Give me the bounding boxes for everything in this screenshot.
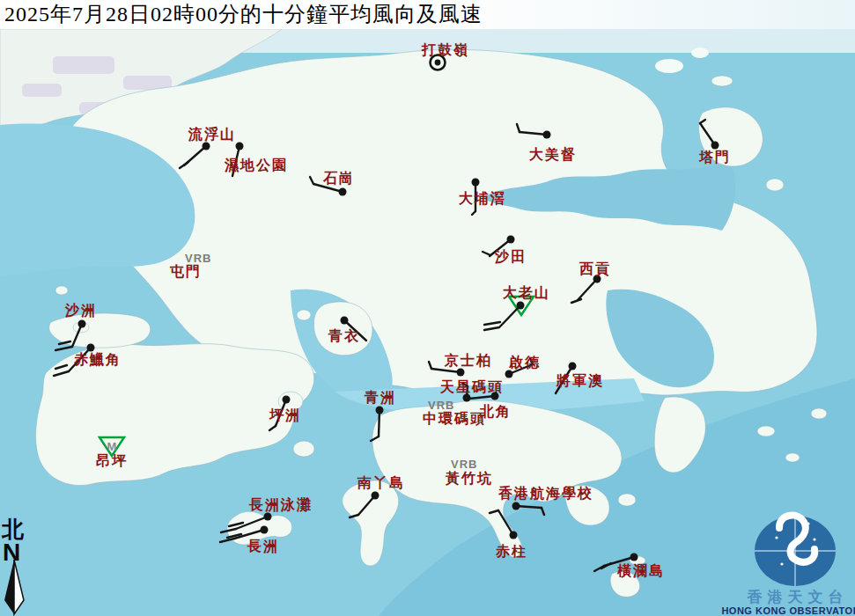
- station-label: 長洲泳灘: [248, 496, 313, 512]
- islet: [655, 59, 683, 73]
- station-dot: [543, 131, 551, 139]
- vrb-label: VRB: [451, 458, 477, 471]
- wind-map-frame: 打鼓嶺流浮山濕地公園石崗大美督塔門大埔滘沙田西貢VRB屯門沙洲赤鱲角大老山青衣京…: [0, 0, 855, 616]
- station-label: 赤鱲角: [73, 352, 122, 367]
- station-label: 沙洲: [64, 303, 97, 318]
- land-ma-wan: [297, 310, 311, 320]
- station-dot: [78, 320, 86, 328]
- station-dot: [507, 236, 515, 244]
- station-label: 塔門: [698, 150, 731, 165]
- wind-barb: [379, 410, 380, 436]
- station-dot: [630, 554, 638, 561]
- hong-kong-wind-map: 打鼓嶺流浮山濕地公園石崗大美督塔門大埔滘沙田西貢VRB屯門沙洲赤鱲角大老山青衣京…: [0, 0, 855, 616]
- station-label: 橫瀾島: [616, 563, 665, 578]
- land-tung-lung: [618, 494, 636, 506]
- station-dot: [261, 526, 269, 534]
- compass-letter: N: [3, 539, 20, 566]
- hko-logo-dot: [807, 522, 809, 524]
- hko-logo-dot: [775, 536, 778, 539]
- land-hei-ling-chau: [293, 441, 314, 457]
- station-label: 黃竹坑: [445, 471, 493, 486]
- station-dot: [505, 370, 513, 378]
- station-label: 中環碼頭: [423, 411, 486, 427]
- hko-logo-name-cn: 香港天文台: [747, 589, 849, 605]
- station-dot: [510, 532, 518, 539]
- station-label: 流浮山: [188, 126, 236, 142]
- station-dot: [517, 302, 525, 310]
- station-dot: [457, 369, 465, 377]
- station-label: 香港航海學校: [498, 485, 593, 501]
- station-label: 石崗: [322, 171, 355, 186]
- station-label: 大美督: [529, 146, 577, 162]
- station-dot: [711, 142, 719, 150]
- station-dot: [283, 396, 291, 404]
- station-dot: [376, 407, 384, 414]
- station-dot: [569, 363, 577, 370]
- islet: [766, 179, 784, 191]
- station-label: 大老山: [503, 285, 550, 300]
- station-dot: [236, 143, 244, 150]
- station-dot: [512, 502, 520, 510]
- station-label: 屯門: [169, 264, 202, 279]
- station-label: 京士柏: [444, 352, 492, 368]
- station-dot: [264, 513, 272, 521]
- station-dot: [372, 492, 380, 500]
- islet: [711, 76, 733, 86]
- islet: [55, 286, 68, 295]
- station-dot: [472, 179, 480, 187]
- compass-hanzi: 北: [1, 517, 25, 541]
- station-label: 大埔滘: [459, 190, 506, 206]
- station-dot: [203, 143, 210, 150]
- map-title: 2025年7月28日02時00分的十分鐘平均風向及風速: [0, 0, 855, 29]
- hko-logo-name-en: HONG KONG OBSERVATORY: [721, 605, 855, 616]
- islet: [785, 453, 800, 462]
- station-label: 赤柱: [495, 544, 527, 559]
- station-label: 長洲: [247, 539, 279, 554]
- station-label: 啟德: [508, 355, 541, 370]
- hko-logo-dot: [813, 538, 815, 540]
- vrb-label: VRB: [185, 252, 211, 265]
- vrb-label: VRB: [428, 399, 454, 412]
- station-label: 青洲: [364, 390, 396, 405]
- station-dot: [341, 317, 349, 325]
- hko-logo-dot: [780, 562, 783, 565]
- station-label: 昂坪: [96, 453, 128, 468]
- islet: [811, 408, 827, 419]
- station-dot: [339, 188, 347, 196]
- station-label: 濕地公園: [224, 158, 288, 173]
- station-label: 青衣: [328, 328, 360, 343]
- islet: [757, 426, 775, 436]
- station-label: 打鼓嶺: [421, 42, 469, 57]
- islet: [691, 48, 709, 58]
- calm-dot: [435, 60, 441, 66]
- station-label: 將軍澳: [556, 373, 604, 388]
- station-dot: [87, 344, 95, 352]
- station-label: 南丫島: [357, 475, 405, 490]
- station-label: 西貢: [579, 261, 611, 277]
- station-label: 坪洲: [269, 407, 301, 422]
- missing-data-label: M: [107, 440, 117, 453]
- station-dot: [491, 392, 499, 400]
- station-label: 沙田: [494, 249, 527, 264]
